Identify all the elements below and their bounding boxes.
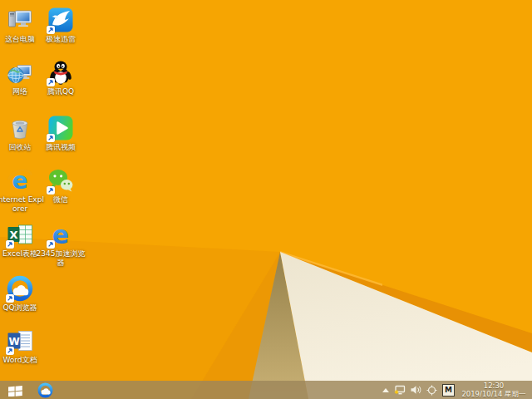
desktop-icon-qq-browser[interactable]: QQ浏览器 [0, 275, 47, 313]
desktop[interactable]: 这台电脑 极速迅雷 [0, 0, 532, 399]
hidden-icons-chevron[interactable] [382, 388, 389, 392]
desktop-icon-label: Excel表格 [2, 249, 37, 259]
system-tray: M 12:30 2019/10/14 星期一 [382, 381, 530, 399]
svg-text:X: X [9, 229, 17, 241]
desktop-icon-word[interactable]: W Word文档 [0, 328, 47, 365]
taskbar-clock[interactable]: 12:30 2019/10/14 星期一 [460, 382, 530, 398]
input-method-indicator[interactable]: M [442, 384, 455, 397]
word-icon: W [7, 328, 33, 354]
volume-icon[interactable] [411, 385, 421, 395]
desktop-icon-label: 极速迅雷 [46, 35, 76, 44]
desktop-icon-label: 腾讯视频 [46, 143, 76, 152]
desktop-icon-label: 2345加速浏览器 [35, 249, 86, 268]
shortcut-arrow-icon [47, 240, 55, 249]
blue-e-icon: e [47, 221, 74, 248]
ie-e-icon: e [7, 167, 33, 194]
desktop-icon-label: 网络 [12, 87, 27, 96]
play-button-icon [47, 115, 74, 141]
shortcut-arrow-icon [6, 240, 14, 249]
desktop-icon-xunlei[interactable]: 极速迅雷 [34, 7, 87, 44]
svg-text:W: W [8, 336, 19, 347]
desktop-icon-wechat[interactable]: 微信 [34, 167, 87, 204]
thunder-bird-icon [47, 7, 74, 33]
start-button[interactable] [0, 381, 30, 399]
shortcut-arrow-icon [47, 134, 55, 142]
desktop-icon-tencent-video[interactable]: 腾讯视频 [34, 115, 87, 152]
clock-time: 12:30 [460, 382, 528, 390]
recycle-bin-icon [7, 115, 33, 141]
excel-icon: X [7, 221, 33, 248]
qq-penguin-icon [47, 59, 74, 86]
desktop-icon-label: Word文档 [2, 356, 37, 365]
desktop-icon-2345-browser[interactable]: e 2345加速浏览器 [34, 221, 87, 268]
network-status-icon[interactable] [394, 385, 406, 396]
desktop-icon-label: 腾讯QQ [47, 87, 74, 96]
desktop-icon-label: 回收站 [9, 143, 32, 152]
shortcut-arrow-icon [6, 294, 14, 303]
qq-browser-cloud-icon [7, 275, 33, 302]
windows-logo-icon [8, 384, 22, 397]
shortcut-arrow-icon [47, 186, 55, 195]
desktop-icon-label: 这台电脑 [5, 35, 35, 44]
taskbar-qq-browser-button[interactable] [33, 381, 57, 399]
target-app-icon[interactable] [426, 385, 437, 396]
shortcut-arrow-icon [47, 26, 55, 34]
shortcut-arrow-icon [6, 347, 14, 355]
computer-icon [7, 7, 33, 33]
desktop-icon-label: QQ浏览器 [2, 303, 37, 313]
desktop-icon-label: 微信 [53, 195, 68, 204]
desktop-icon-tencent-qq[interactable]: 腾讯QQ [34, 59, 87, 96]
globe-monitor-icon [7, 59, 33, 86]
wechat-bubbles-icon [47, 167, 74, 194]
shortcut-arrow-icon [47, 78, 55, 86]
taskbar: M 12:30 2019/10/14 星期一 [0, 381, 532, 399]
qq-browser-cloud-icon [37, 382, 53, 398]
clock-date: 2019/10/14 星期一 [460, 390, 528, 398]
